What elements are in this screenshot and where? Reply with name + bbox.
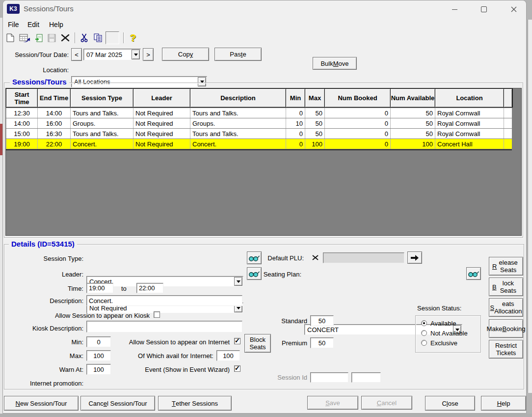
cancel-session-tour-button[interactable]: Cancel Session/Tour	[80, 396, 155, 411]
block-seats-button[interactable]: Block Seats	[489, 278, 523, 296]
cell-leader[interactable]: Not Required	[133, 139, 190, 149]
release-seats-button[interactable]: Release Seats	[489, 257, 523, 276]
cell-session-type[interactable]: Groups.	[71, 118, 133, 128]
cell-min[interactable]: 10	[286, 118, 305, 128]
cell-session-type[interactable]: Concert.	[71, 139, 133, 149]
warn-at-input[interactable]	[86, 364, 111, 375]
paste-day-button[interactable]: Paste	[214, 48, 262, 61]
cell-num-available[interactable]: 50	[391, 108, 435, 118]
maximize-button[interactable]	[473, 3, 495, 16]
cell-end-time[interactable]: 16:00	[38, 118, 70, 128]
kiosk-description-input[interactable]	[86, 321, 242, 333]
help-button[interactable]: Help	[481, 396, 526, 411]
toolbar-copy-button[interactable]	[91, 31, 104, 44]
status-available-label[interactable]: Available	[430, 320, 456, 327]
column-header-num-booked[interactable]: Num Booked	[325, 89, 390, 107]
cell-description[interactable]: Tours and Talks.	[190, 108, 286, 118]
description-input[interactable]	[86, 295, 242, 306]
cell-start-time[interactable]: 15:00	[6, 129, 37, 139]
cell-leader[interactable]: Not Required	[133, 108, 190, 118]
cell-min[interactable]: 0	[286, 129, 305, 139]
cell-min[interactable]: 0	[286, 139, 305, 149]
column-header-location[interactable]: Location	[435, 89, 504, 107]
session-type-lookup-button[interactable]	[247, 251, 262, 264]
session-id-input-2[interactable]	[351, 372, 381, 383]
chevron-down-icon[interactable]	[234, 277, 242, 286]
allow-kiosk-checkbox[interactable]	[154, 311, 160, 318]
date-next-button[interactable]: >	[143, 48, 154, 61]
block-seats-mid-button[interactable]: Block Seats	[244, 334, 271, 353]
cell-start-time[interactable]: 12:30	[6, 108, 37, 118]
minimize-button[interactable]	[443, 3, 466, 16]
event-wizard-checkbox[interactable]	[234, 365, 240, 372]
cell-num-booked[interactable]: 0	[325, 139, 390, 149]
leader-lookup-button[interactable]	[247, 267, 262, 280]
tether-sessions-button[interactable]: Tether Sessions	[158, 396, 232, 411]
column-header-num-available[interactable]: Num Available	[391, 89, 435, 107]
column-header-description[interactable]: Description	[190, 89, 286, 107]
cell-session-type[interactable]: Tours and Talks.	[71, 108, 133, 118]
cell-end-time[interactable]: 16:30	[38, 129, 70, 139]
bulk-move-button[interactable]: Bulk Move	[313, 57, 357, 70]
toolbar-export-sheet-button[interactable]	[32, 31, 45, 44]
status-exclusive-label[interactable]: Exclusive	[430, 339, 457, 347]
cell-num-available[interactable]: 50	[391, 118, 435, 128]
max-input[interactable]	[86, 350, 111, 361]
close-button-footer[interactable]: Close	[425, 396, 475, 411]
restrict-tickets-button[interactable]: Restrict Tickets	[489, 340, 523, 359]
clear-plu-button[interactable]	[309, 252, 321, 263]
column-header-session-type[interactable]: Session Type	[71, 89, 133, 107]
cell-blank[interactable]	[504, 108, 512, 118]
cell-end-time[interactable]: 22:00	[38, 139, 70, 149]
status-radio-available[interactable]	[421, 320, 427, 326]
cell-max[interactable]: 100	[305, 139, 324, 149]
cell-leader[interactable]: Not Required	[133, 118, 190, 128]
cell-num-booked[interactable]: 0	[325, 118, 390, 128]
table-row-selected[interactable]: 19:00 22:00 Concert. Not Required Concer…	[6, 139, 512, 149]
column-header-leader[interactable]: Leader	[133, 89, 190, 107]
menu-edit[interactable]: Edit	[24, 19, 43, 30]
cell-description[interactable]: Concert.	[190, 139, 286, 149]
cell-max[interactable]: 50	[305, 129, 324, 139]
min-input[interactable]	[86, 336, 111, 347]
status-not-available-label[interactable]: Not Available	[430, 330, 468, 337]
make-booking-button[interactable]: Make Booking	[489, 319, 523, 338]
toolbar-delete-button[interactable]	[59, 31, 72, 44]
status-radio-exclusive[interactable]	[421, 340, 427, 346]
table-row[interactable]: 14:00 16:00 Groups. Not Required Groups.…	[6, 118, 512, 128]
cell-session-type[interactable]: Tours and Talks.	[71, 129, 133, 139]
cell-blank[interactable]	[504, 129, 512, 139]
cell-location[interactable]: Royal Cornwall	[435, 108, 504, 118]
cell-start-time[interactable]: 14:00	[6, 118, 37, 128]
seating-plan-lookup-button[interactable]	[466, 267, 481, 280]
new-session-tour-button[interactable]: New Session/Tour	[4, 396, 79, 411]
column-header-end-time[interactable]: End Time	[38, 89, 70, 107]
assign-plu-button[interactable]	[407, 251, 422, 264]
cell-start-time[interactable]: 19:00	[6, 139, 37, 149]
cell-location[interactable]: Royal Cornwall	[435, 118, 504, 128]
cell-end-time[interactable]: 14:00	[38, 108, 70, 118]
cell-num-available[interactable]: 100	[391, 139, 435, 149]
standard-input[interactable]	[310, 315, 334, 326]
chevron-down-icon[interactable]	[132, 50, 140, 59]
toolbar-help-button[interactable]: ?	[127, 31, 139, 44]
column-header-min[interactable]: Min	[286, 89, 305, 107]
avail-internet-input[interactable]	[216, 350, 240, 361]
cell-location[interactable]: Concert Hall	[435, 139, 504, 149]
cell-description[interactable]: Groups.	[190, 118, 286, 128]
cell-num-booked[interactable]: 0	[325, 108, 390, 118]
cell-leader[interactable]: Not Required	[133, 129, 190, 139]
copy-day-button[interactable]: Copy	[162, 48, 209, 61]
cell-num-available[interactable]: 50	[391, 129, 435, 139]
cell-num-booked[interactable]: 0	[325, 129, 390, 139]
menu-help[interactable]: Help	[45, 19, 67, 30]
menu-file[interactable]: File	[4, 19, 23, 30]
column-header-max[interactable]: Max	[305, 89, 324, 107]
cell-location[interactable]: Royal Cornwall	[435, 129, 504, 139]
cell-blank[interactable]	[504, 139, 512, 149]
date-dropdown[interactable]: 07 Mar 2025	[83, 49, 141, 60]
time-from-input[interactable]	[86, 283, 113, 293]
cell-min[interactable]: 0	[286, 108, 305, 118]
close-button[interactable]	[502, 3, 526, 16]
column-header-start-time[interactable]: Start Time	[6, 89, 37, 107]
